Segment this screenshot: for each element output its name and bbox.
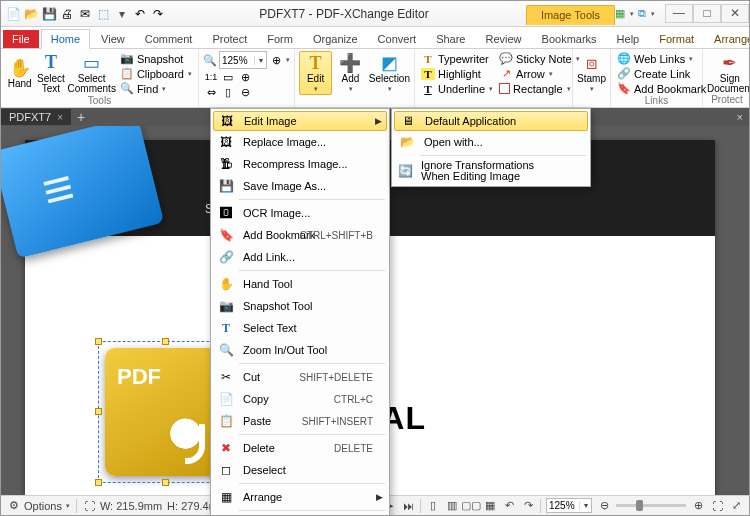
stamp-button[interactable]: ⧇Stamp▾ [577, 51, 606, 95]
zoom-plus-icon[interactable]: ⊕ [691, 499, 705, 513]
menu-add-bookmark[interactable]: 🔖Add BookmarkCTRL+SHIFT+B [213, 224, 387, 246]
menu-zoom-tool[interactable]: 🔍Zoom In/Out Tool [213, 339, 387, 361]
typewriter-button[interactable]: TTypewriter [419, 51, 495, 66]
hand-button[interactable]: ✋Hand [5, 51, 34, 95]
sign-doc-button[interactable]: ✒Sign Document [707, 51, 750, 95]
web-links-button[interactable]: 🌐Web Links▾ [615, 51, 708, 66]
arrow-tool-button[interactable]: ↗Arrow▾ [497, 66, 582, 81]
qat-save-icon[interactable]: 💾 [41, 6, 57, 22]
edit-image-icon: 🖼 [218, 112, 236, 130]
menu-edit-image[interactable]: 🖼Edit Image▶ [213, 111, 387, 131]
close-doc-icon[interactable]: × [57, 112, 63, 123]
qat-new-icon[interactable]: 📄 [5, 6, 21, 22]
tab-format[interactable]: Format [650, 30, 703, 48]
tab-view[interactable]: View [92, 30, 134, 48]
zoom-width-icon[interactable]: ⇔ [203, 85, 219, 99]
zoom-input[interactable] [220, 53, 254, 68]
tab-form[interactable]: Form [258, 30, 302, 48]
qat-scan-icon[interactable]: ⬚ [95, 6, 111, 22]
zoom-slider[interactable] [616, 504, 686, 507]
qat-redo-icon[interactable]: ↷ [150, 6, 166, 22]
layout-cont-icon[interactable]: ▥ [445, 499, 459, 513]
submenu-ignore-transforms[interactable]: 🔄Ignore Transformations When Editing Ima… [394, 158, 588, 184]
add-button[interactable]: ➕Add▾ [334, 51, 367, 95]
qat-print-icon[interactable]: 🖨 [59, 6, 75, 22]
snapshot-button[interactable]: 📷Snapshot [118, 51, 194, 66]
layout-single-icon[interactable]: ▯ [426, 499, 440, 513]
bookmark-icon: 🔖 [617, 82, 631, 95]
submenu-default-app[interactable]: 🖥Default Application [394, 111, 588, 131]
sticky-note-button[interactable]: 💬Sticky Note▾ [497, 51, 582, 66]
tab-file[interactable]: File [3, 30, 39, 48]
maximize-button[interactable]: □ [693, 4, 721, 23]
doc-tabs-close-icon[interactable]: × [737, 111, 749, 123]
zoom-page-icon[interactable]: ▯ [220, 85, 236, 99]
zoom-out2-icon[interactable]: ⊖ [237, 85, 253, 99]
tab-home[interactable]: Home [41, 29, 90, 49]
menu-hand-tool[interactable]: ✋Hand Tool [213, 273, 387, 295]
submenu-open-with[interactable]: 📂Open with... [394, 131, 588, 153]
layout-contfacing-icon[interactable]: ▦ [483, 499, 497, 513]
fullscreen-icon[interactable]: ⤢ [729, 499, 743, 513]
select-comments-button[interactable]: ▭Select Comments [68, 51, 116, 95]
rotate-cw-icon[interactable]: ↷ [521, 499, 535, 513]
rotate-ccw-icon[interactable]: ↶ [502, 499, 516, 513]
menu-delete[interactable]: ✖DeleteDELETE [213, 437, 387, 459]
context-tab-image-tools[interactable]: Image Tools [526, 5, 615, 25]
underline-button[interactable]: TUnderline▾ [419, 81, 495, 96]
tab-comment[interactable]: Comment [136, 30, 202, 48]
clipboard-button[interactable]: 📋Clipboard▾ [118, 66, 194, 81]
tab-protect[interactable]: Protect [203, 30, 256, 48]
zoom-status-combo[interactable]: ▾ [546, 498, 592, 513]
select-text-button[interactable]: TSelect Text [36, 51, 65, 95]
qat-email-icon[interactable]: ✉ [77, 6, 93, 22]
zoom-minus-icon[interactable]: ⊖ [597, 499, 611, 513]
tab-help[interactable]: Help [608, 30, 649, 48]
selection-button[interactable]: ◩Selection▾ [369, 51, 410, 95]
tab-share[interactable]: Share [427, 30, 474, 48]
tab-organize[interactable]: Organize [304, 30, 367, 48]
zoom-in-icon[interactable]: ⊕ [237, 70, 253, 84]
menu-select-text[interactable]: TSelect Text [213, 317, 387, 339]
menu-save-image[interactable]: 💾Save Image As... [213, 175, 387, 197]
tab-arrange[interactable]: Arrange [705, 30, 750, 48]
find-mini-button[interactable]: 🔍Find▾ [118, 81, 194, 96]
highlight-button[interactable]: THighlight [419, 66, 495, 81]
copy-icon: 📄 [217, 390, 235, 408]
menu-replace-image[interactable]: 🖼Replace Image... [213, 131, 387, 153]
ui-options-icon[interactable]: ▦ [615, 7, 625, 20]
zoom-combo[interactable]: ▾ [219, 51, 267, 69]
new-tab-button[interactable]: + [71, 109, 91, 125]
menu-ocr[interactable]: 🅾OCR Image... [213, 202, 387, 224]
qat-open-icon[interactable]: 📂 [23, 6, 39, 22]
menu-deselect[interactable]: ◻Deselect [213, 459, 387, 481]
zoom-actual-button[interactable]: 1:1 [203, 70, 219, 84]
document-tab[interactable]: PDFXT7× [1, 109, 71, 125]
close-button[interactable]: ✕ [721, 4, 749, 23]
zoom-mode-icon[interactable]: ⊕ [269, 53, 283, 67]
menu-add-link[interactable]: 🔗Add Link... [213, 246, 387, 268]
tab-bookmarks[interactable]: Bookmarks [533, 30, 606, 48]
menu-recompress[interactable]: 🗜Recompress Image... [213, 153, 387, 175]
layout-facing-icon[interactable]: ▢▢ [464, 499, 478, 513]
add-bookmark-button[interactable]: 🔖Add Bookmark [615, 81, 708, 96]
qat-undo-icon[interactable]: ↶ [132, 6, 148, 22]
zoom-fit-icon[interactable]: ▭ [220, 70, 236, 84]
menu-cut[interactable]: ✂CutSHIFT+DELETE [213, 366, 387, 388]
launch-icon[interactable]: ⧉ [638, 7, 646, 20]
minimize-button[interactable]: — [665, 4, 693, 23]
nav-last-icon[interactable]: ⏭ [401, 499, 415, 513]
tab-review[interactable]: Review [476, 30, 530, 48]
menu-arrange[interactable]: ▦Arrange▶ [213, 486, 387, 508]
create-link-button[interactable]: 🔗Create Link [615, 66, 708, 81]
rectangle-button[interactable]: Rectangle▾ [497, 81, 582, 96]
menu-paste[interactable]: 📋PasteSHIFT+INSERT [213, 410, 387, 432]
zoom-out-icon[interactable]: 🔍 [203, 53, 217, 67]
qat-dropdown-icon[interactable]: ▾ [114, 6, 130, 22]
tab-convert[interactable]: Convert [369, 30, 426, 48]
fit-page-icon[interactable]: ⛶ [710, 499, 724, 513]
edit-button[interactable]: TEdit▾ [299, 51, 332, 95]
menu-copy[interactable]: 📄CopyCTRL+C [213, 388, 387, 410]
menu-snapshot-tool[interactable]: 📷Snapshot Tool [213, 295, 387, 317]
options-button[interactable]: ⚙Options▾ [7, 499, 70, 513]
